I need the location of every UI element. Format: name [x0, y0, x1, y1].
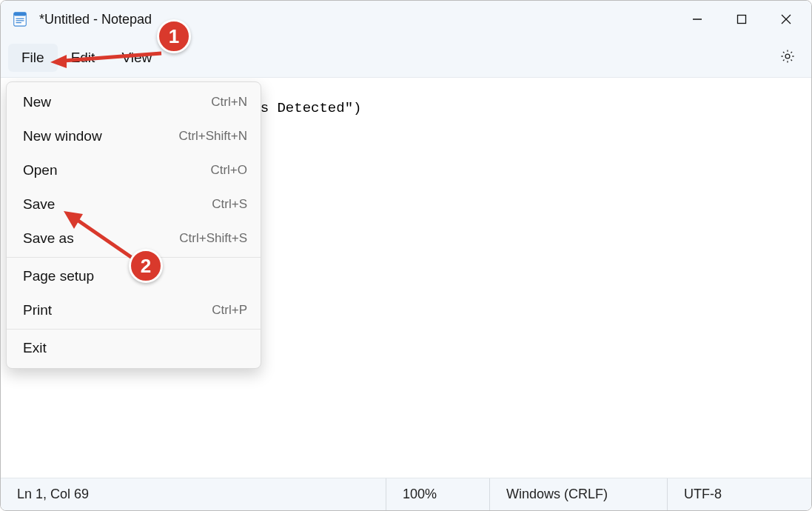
menu-item-label: Save — [23, 196, 55, 213]
file-menu-dropdown: New Ctrl+N New window Ctrl+Shift+N Open … — [6, 81, 261, 369]
status-zoom[interactable]: 100% — [386, 478, 489, 510]
notepad-icon — [11, 10, 29, 28]
menu-edit[interactable]: Edit — [58, 44, 109, 72]
window-title: *Untitled - Notepad — [39, 12, 152, 27]
menu-item-label: Open — [23, 162, 57, 178]
svg-rect-6 — [738, 16, 746, 24]
menu-file[interactable]: File — [8, 44, 58, 72]
statusbar: Ln 1, Col 69 100% Windows (CRLF) UTF-8 — [1, 478, 811, 510]
titlebar: *Untitled - Notepad — [1, 1, 811, 38]
gear-icon — [779, 48, 796, 67]
menu-item-label: New window — [23, 128, 102, 144]
file-menu-open[interactable]: Open Ctrl+O — [7, 153, 261, 187]
menu-item-label: New — [23, 94, 51, 110]
menu-separator — [7, 257, 261, 258]
file-menu-exit[interactable]: Exit — [7, 331, 261, 365]
menu-item-shortcut: Ctrl+N — [211, 95, 247, 110]
file-menu-page-setup[interactable]: Page setup — [7, 259, 261, 293]
menu-item-shortcut: Ctrl+P — [212, 303, 247, 318]
svg-rect-1 — [14, 13, 27, 16]
close-button[interactable] — [764, 3, 808, 36]
menu-item-label: Exit — [23, 340, 47, 356]
window-controls — [675, 3, 808, 36]
file-menu-new-window[interactable]: New window Ctrl+Shift+N — [7, 119, 261, 153]
menu-item-shortcut: Ctrl+O — [210, 163, 247, 178]
content-area: ed with a virus", 1+48, "Virus Detected"… — [1, 78, 811, 478]
menu-separator — [7, 329, 261, 330]
menubar: File Edit View — [1, 38, 811, 78]
file-menu-new[interactable]: New Ctrl+N — [7, 85, 261, 119]
menu-item-label: Page setup — [23, 268, 94, 284]
file-menu-save[interactable]: Save Ctrl+S — [7, 187, 261, 221]
menu-item-shortcut: Ctrl+S — [212, 197, 247, 212]
menu-item-shortcut: Ctrl+Shift+N — [178, 129, 247, 144]
menu-item-label: Print — [23, 302, 52, 318]
svg-point-9 — [785, 54, 790, 59]
settings-button[interactable] — [770, 41, 805, 74]
menu-item-label: Save as — [23, 230, 74, 247]
minimize-button[interactable] — [675, 3, 719, 36]
app-window: *Untitled - Notepad File Edit View — [0, 0, 812, 511]
menu-item-shortcut: Ctrl+Shift+S — [179, 231, 247, 246]
status-encoding: UTF-8 — [667, 478, 811, 510]
status-eol: Windows (CRLF) — [489, 478, 667, 510]
menu-view[interactable]: View — [108, 44, 165, 72]
file-menu-save-as[interactable]: Save as Ctrl+Shift+S — [7, 221, 261, 256]
file-menu-print[interactable]: Print Ctrl+P — [7, 293, 261, 327]
maximize-button[interactable] — [719, 3, 764, 36]
status-position: Ln 1, Col 69 — [1, 478, 386, 510]
